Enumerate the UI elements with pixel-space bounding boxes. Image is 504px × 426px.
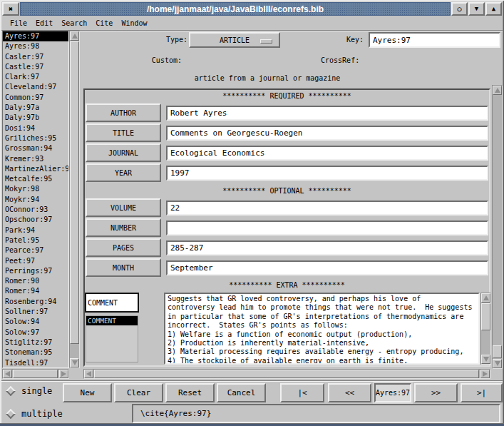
field-input[interactable] — [166, 126, 488, 141]
scroll-down-button[interactable] — [493, 359, 502, 368]
list-item[interactable]: Romer:94 — [3, 286, 68, 296]
list-item[interactable]: Pearce:97 — [3, 245, 68, 255]
nav-next-button[interactable]: >> — [414, 383, 458, 402]
extra-field-list[interactable]: COMMENT — [86, 315, 138, 362]
cite-command-field[interactable]: \cite{Ayres:97} — [132, 404, 500, 423]
titlebar[interactable]: ✖ /home/jjanmaat/java/JavaBibIII/econref… — [2, 2, 502, 16]
list-item[interactable]: Opschoor:97 — [3, 215, 68, 225]
new-button[interactable]: New — [63, 383, 112, 402]
radio-diamond-icon[interactable] — [6, 409, 16, 419]
field-input[interactable] — [166, 220, 488, 235]
mode-multiple[interactable]: multiple — [7, 409, 63, 419]
raise-button[interactable]: ▲ — [485, 2, 502, 16]
list-item[interactable]: Kremer:93 — [3, 154, 68, 164]
list-item[interactable]: Patel:95 — [3, 235, 68, 245]
list-item[interactable]: Dosi:94 — [3, 123, 68, 133]
nav-prev-button[interactable]: << — [328, 383, 371, 402]
scrollbar-thumb[interactable] — [70, 41, 79, 344]
field-label-button[interactable]: AUTHOR — [86, 103, 161, 122]
mode-single[interactable]: single — [7, 386, 52, 396]
list-item[interactable]: Stiglitz:97 — [3, 338, 68, 348]
field-label-button[interactable]: JOURNAL — [86, 143, 161, 162]
scroll-up-button[interactable] — [493, 86, 502, 95]
menu-item[interactable]: Search — [58, 19, 90, 28]
list-item[interactable]: Casler:97 — [3, 52, 68, 62]
list-item[interactable]: Daly:97a — [3, 103, 68, 113]
list-item[interactable]: Griliches:95 — [3, 133, 68, 143]
field-input[interactable] — [166, 146, 488, 161]
list-item[interactable]: Moykr:94 — [3, 195, 68, 205]
list-item[interactable]: Solow:97 — [3, 328, 68, 338]
list-item[interactable]: Cleveland:97 — [3, 82, 68, 92]
radio-diamond-icon[interactable] — [6, 386, 16, 396]
panel-horizontal-scrollbar[interactable] — [83, 369, 490, 379]
list-item[interactable]: Tisdell:97 — [3, 358, 68, 368]
type-dropdown[interactable]: ARTICLE — [189, 32, 280, 48]
nav-last-button[interactable]: >| — [461, 383, 503, 402]
list-item[interactable]: Stoneman:95 — [3, 348, 68, 357]
clear-button[interactable]: Clear — [114, 383, 163, 402]
field-input[interactable] — [166, 166, 488, 181]
field-label-button[interactable]: YEAR — [86, 163, 161, 182]
iconify-button[interactable]: ○ — [451, 2, 468, 16]
list-horizontal-scrollbar[interactable] — [2, 369, 69, 379]
scrollbar-thumb[interactable] — [493, 345, 502, 358]
list-item[interactable]: Grossman:94 — [3, 143, 68, 153]
scroll-down-button[interactable] — [481, 355, 490, 364]
scroll-up-button[interactable] — [70, 31, 79, 41]
list-item[interactable]: MartinezAlier:9 — [3, 164, 68, 174]
list-item[interactable]: Ayres:97 — [3, 31, 68, 41]
list-item[interactable]: OConnor:93 — [3, 205, 68, 215]
list-item[interactable]: Metcalfe:95 — [3, 174, 68, 184]
field-input[interactable] — [166, 260, 488, 275]
nav-current-key-field[interactable]: Ayres:97 — [374, 383, 411, 402]
list-item[interactable]: Romer:90 — [3, 276, 68, 286]
list-item[interactable]: Park:94 — [3, 225, 68, 235]
scrollbar-thumb[interactable] — [481, 303, 490, 330]
menu-item[interactable]: Window — [118, 19, 150, 28]
list-item[interactable]: Ayres:98 — [3, 41, 68, 51]
field-label-button[interactable]: TITLE — [86, 123, 161, 142]
list-item[interactable]: Perrings:97 — [3, 266, 68, 276]
comment-textarea[interactable]: Suggests that GR loved controversy, and … — [164, 293, 480, 365]
panel-vertical-scrollbar[interactable] — [492, 85, 503, 369]
window-title-area[interactable]: /home/jjanmaat/java/JavaBibIII/econrefs.… — [20, 2, 451, 16]
list-item[interactable]: Mokyr:98 — [3, 184, 68, 194]
scroll-right-button[interactable] — [480, 370, 490, 378]
scroll-up-button[interactable] — [481, 293, 490, 303]
list-item[interactable]: Rosenberg:94 — [3, 297, 68, 307]
field-input[interactable] — [166, 201, 488, 215]
reference-list[interactable]: Ayres:97Ayres:98Casler:97Castle:97Clark:… — [2, 31, 69, 368]
nav-first-button[interactable]: |< — [280, 383, 324, 402]
list-item[interactable]: Clark:97 — [3, 72, 68, 82]
list-item[interactable]: Solow:94 — [3, 317, 68, 327]
close-button[interactable]: ✖ — [2, 2, 19, 16]
scroll-right-button[interactable] — [59, 370, 68, 378]
key-input[interactable] — [369, 32, 500, 48]
scroll-down-button[interactable] — [70, 358, 79, 367]
scroll-left-button[interactable] — [3, 370, 12, 378]
scrollbar-thumb[interactable] — [94, 370, 479, 378]
list-vertical-scrollbar[interactable] — [69, 31, 80, 368]
list-item[interactable]: Common:97 — [3, 93, 68, 103]
list-item[interactable]: COMMENT — [86, 316, 138, 325]
list-item[interactable]: Castle:97 — [3, 62, 68, 72]
field-label-button[interactable]: NUMBER — [86, 218, 161, 237]
menu-item[interactable]: Cite — [93, 19, 115, 28]
scroll-left-button[interactable] — [84, 370, 93, 378]
field-label-button[interactable]: VOLUME — [86, 198, 161, 217]
list-item[interactable]: Daly:97b — [3, 113, 68, 123]
cancel-button[interactable]: Cancel — [217, 383, 266, 402]
field-input[interactable] — [166, 240, 488, 255]
field-label-button[interactable]: MONTH — [86, 258, 161, 277]
field-label-button[interactable]: PAGES — [86, 238, 161, 257]
extra-field-name-input[interactable] — [85, 293, 139, 313]
list-item[interactable]: Peet:97 — [3, 256, 68, 266]
menu-item[interactable]: File — [7, 19, 30, 28]
menu-item[interactable]: Edit — [33, 19, 56, 28]
scrollbar-thumb[interactable] — [13, 370, 58, 378]
textarea-scrollbar[interactable] — [480, 293, 491, 365]
reset-button[interactable]: Reset — [165, 383, 215, 402]
field-input[interactable] — [166, 106, 488, 121]
shade-button[interactable]: ▼ — [468, 2, 485, 16]
